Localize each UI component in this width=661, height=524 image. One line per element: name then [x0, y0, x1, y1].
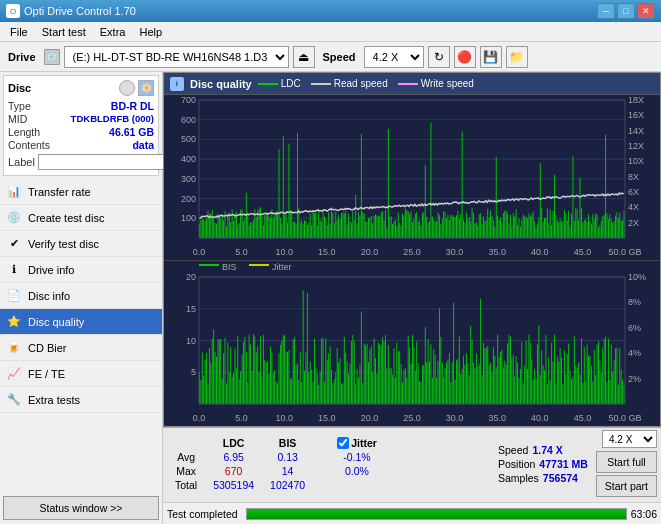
chart-container: i Disc quality LDC Read speed Write spee…	[163, 72, 661, 427]
disc-info-icon: 📄	[6, 288, 22, 304]
eject-button[interactable]: ⏏	[293, 46, 315, 68]
verify-test-disc-label: Verify test disc	[28, 238, 99, 250]
sidebar-item-drive-info[interactable]: ℹ Drive info	[0, 257, 162, 283]
disc-mid-row: MID TDKBLDRFB (000)	[8, 113, 154, 125]
status-window-button[interactable]: Status window >>	[3, 496, 159, 520]
max-sep	[313, 464, 329, 478]
extra-tests-icon: 🔧	[6, 392, 22, 408]
samples-row: Samples 756574	[498, 472, 588, 484]
disc-length-row: Length 46.61 GB	[8, 126, 154, 138]
main-content: i Disc quality LDC Read speed Write spee…	[163, 72, 661, 524]
disc-panel-header: Disc 📀	[8, 80, 154, 96]
maximize-button[interactable]: □	[617, 3, 635, 19]
total-label: Total	[167, 478, 205, 492]
disc-mid-value: TDKBLDRFB (000)	[71, 113, 154, 125]
avg-sep	[313, 450, 329, 464]
total-bis: 102470	[262, 478, 313, 492]
disc-length-label: Length	[8, 126, 40, 138]
jitter-check-label: Jitter	[351, 437, 377, 449]
samples-value: 756574	[543, 472, 578, 484]
sidebar-item-create-test-disc[interactable]: 💿 Create test disc	[0, 205, 162, 231]
drive-info-icon: ℹ	[6, 262, 22, 278]
title-bar-text: Opti Drive Control 1.70	[24, 5, 136, 17]
drive-selector[interactable]: (E:) HL-DT-ST BD-RE WH16NS48 1.D3	[64, 46, 289, 68]
avg-jitter: -0.1%	[329, 450, 385, 464]
sidebar-item-verify-test-disc[interactable]: ✔ Verify test disc	[0, 231, 162, 257]
title-bar: O Opti Drive Control 1.70 ─ □ ✕	[0, 0, 661, 22]
minimize-button[interactable]: ─	[597, 3, 615, 19]
avg-bis: 0.13	[262, 450, 313, 464]
col-header-sep	[313, 436, 329, 450]
disc-contents-label: Contents	[8, 139, 50, 151]
sidebar-item-cd-bier[interactable]: 🍺 CD Bier	[0, 335, 162, 361]
start-full-button[interactable]: Start full	[596, 451, 657, 473]
stats-max-row: Max 670 14 0.0%	[167, 464, 385, 478]
position-label: Position	[498, 458, 535, 470]
refresh-button[interactable]: ↻	[428, 46, 450, 68]
progress-area: Test completed 63:06	[163, 502, 661, 524]
disc-panel-icon2: 📀	[138, 80, 154, 96]
menu-extra[interactable]: Extra	[94, 24, 132, 40]
sidebar: Disc 📀 Type BD-R DL MID TDKBLDRFB (000) …	[0, 72, 163, 524]
legend-ldc-color	[258, 83, 278, 85]
settings-btn2[interactable]: 💾	[480, 46, 502, 68]
max-label: Max	[167, 464, 205, 478]
legend-ldc-label: LDC	[281, 78, 301, 89]
jitter-checkbox[interactable]	[337, 437, 349, 449]
menu-file[interactable]: File	[4, 24, 34, 40]
col-header-bis: BIS	[262, 436, 313, 450]
sidebar-item-extra-tests[interactable]: 🔧 Extra tests	[0, 387, 162, 413]
settings-btn1[interactable]: 🔴	[454, 46, 476, 68]
bottom-chart-canvas	[164, 261, 660, 426]
legend-read-speed: Read speed	[311, 78, 388, 89]
menu-bar: File Start test Extra Help	[0, 22, 661, 42]
total-sep	[313, 478, 329, 492]
avg-label: Avg	[167, 450, 205, 464]
max-ldc: 670	[205, 464, 262, 478]
disc-label-input[interactable]	[38, 154, 171, 170]
legend-write-speed-label: Write speed	[421, 78, 474, 89]
max-jitter: 0.0%	[329, 464, 385, 478]
fe-te-label: FE / TE	[28, 368, 65, 380]
sidebar-item-disc-info[interactable]: 📄 Disc info	[0, 283, 162, 309]
stats-total-row: Total 5305194 102470	[167, 478, 385, 492]
drive-icon: 💿	[44, 49, 60, 65]
sidebar-item-transfer-rate[interactable]: 📊 Transfer rate	[0, 179, 162, 205]
cd-bier-label: CD Bier	[28, 342, 67, 354]
speed-static-label: Speed	[498, 444, 528, 456]
total-ldc: 5305194	[205, 478, 262, 492]
progress-bar-fill	[247, 509, 626, 519]
stats-row-main: LDC BIS Jitter	[167, 430, 657, 497]
top-chart	[164, 95, 660, 261]
status-window-label: Status window >>	[40, 502, 123, 514]
sidebar-item-disc-quality[interactable]: ⭐ Disc quality	[0, 309, 162, 335]
start-buttons: Start full Start part	[596, 451, 657, 497]
settings-btn3[interactable]: 📁	[506, 46, 528, 68]
action-panel: 4.2 X Start full Start part	[596, 430, 657, 497]
stats-table: LDC BIS Jitter	[167, 436, 490, 492]
sidebar-item-fe-te[interactable]: 📈 FE / TE	[0, 361, 162, 387]
disc-panel-title: Disc	[8, 82, 31, 94]
legend-write-speed-color	[398, 83, 418, 85]
disc-quality-icon: ⭐	[6, 314, 22, 330]
verify-test-disc-icon: ✔	[6, 236, 22, 252]
create-test-disc-icon: 💿	[6, 210, 22, 226]
speed-selector[interactable]: 4.2 X	[364, 46, 424, 68]
speed-position-info: Speed 1.74 X Position 47731 MB Samples 7…	[498, 444, 588, 484]
create-test-disc-label: Create test disc	[28, 212, 104, 224]
charts-area	[164, 95, 660, 426]
speed-select-inline[interactable]: 4.2 X	[602, 430, 657, 448]
disc-info-label: Disc info	[28, 290, 70, 302]
disc-contents-row: Contents data	[8, 139, 154, 151]
col-header-label	[167, 436, 205, 450]
speed-label: Speed	[319, 51, 360, 63]
progress-bar-container	[246, 508, 627, 520]
transfer-rate-icon: 📊	[6, 184, 22, 200]
legend-ldc: LDC	[258, 78, 301, 89]
menu-start-test[interactable]: Start test	[36, 24, 92, 40]
menu-help[interactable]: Help	[133, 24, 168, 40]
start-part-button[interactable]: Start part	[596, 475, 657, 497]
disc-panel: Disc 📀 Type BD-R DL MID TDKBLDRFB (000) …	[3, 75, 159, 176]
col-header-ldc: LDC	[205, 436, 262, 450]
close-button[interactable]: ✕	[637, 3, 655, 19]
